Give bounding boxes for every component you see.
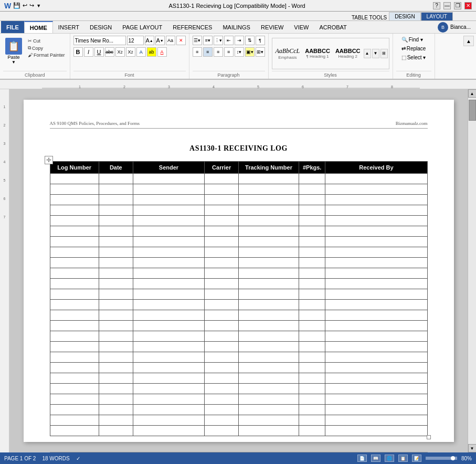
table-cell[interactable] [133,174,205,184]
align-center-button[interactable]: ≡ [203,47,213,57]
table-cell[interactable] [99,184,133,195]
table-cell[interactable] [99,174,133,184]
table-cell[interactable] [133,363,205,373]
table-cell[interactable] [205,363,239,373]
table-cell[interactable] [99,289,133,300]
table-cell[interactable] [133,226,205,237]
line-spacing-button[interactable]: ↕▾ [235,47,244,57]
table-cell[interactable] [50,237,99,247]
table-cell[interactable] [205,373,239,384]
table-cell[interactable] [133,342,205,352]
table-row[interactable] [50,237,427,247]
font-shrink-button[interactable]: A▼ [155,36,165,45]
table-cell[interactable] [205,258,239,268]
table-cell[interactable] [133,321,205,331]
table-cell[interactable] [238,310,299,321]
table-cell[interactable] [99,279,133,289]
table-cell[interactable] [133,426,205,436]
table-cell[interactable] [325,363,427,373]
tab-references[interactable]: REFERENCES [167,21,217,33]
italic-button[interactable]: I [84,47,93,57]
table-cell[interactable] [99,205,133,216]
restore-button[interactable]: ❐ [454,2,461,9]
table-row[interactable] [50,405,427,415]
table-cell[interactable] [99,384,133,394]
table-cell[interactable] [50,363,99,373]
table-row[interactable] [50,321,427,331]
table-row[interactable] [50,226,427,237]
table-cell[interactable] [325,226,427,237]
table-cell[interactable] [238,426,299,436]
redo-icon[interactable]: ↪ [29,2,34,9]
table-cell[interactable] [205,310,239,321]
table-cell[interactable] [205,226,239,237]
table-cell[interactable] [325,331,427,342]
table-cell[interactable] [99,310,133,321]
shading-button[interactable]: ▣▾ [245,47,255,57]
styles-scroll-down[interactable]: ▼ [372,49,379,58]
table-cell[interactable] [299,363,325,373]
proofing-icon[interactable]: ✓ [76,456,80,461]
table-cell[interactable] [205,300,239,310]
table-row[interactable] [50,279,427,289]
decrease-indent-button[interactable]: ⇤ [224,36,234,45]
full-reading-button[interactable]: 📖 [371,455,380,462]
tab-mailings[interactable]: MAILINGS [217,21,256,33]
table-cell[interactable] [238,268,299,279]
tab-acrobat[interactable]: ACROBAT [314,21,352,33]
table-cell[interactable] [205,237,239,247]
table-design-tab[interactable]: DESIGN [389,12,420,20]
table-row[interactable] [50,384,427,394]
table-cell[interactable] [133,205,205,216]
table-cell[interactable] [50,352,99,363]
style-heading1[interactable]: AABBCC ¶ Heading 1 [303,47,332,60]
table-row[interactable] [50,247,427,258]
customize-icon[interactable]: ▼ [36,3,41,8]
table-cell[interactable] [133,289,205,300]
table-cell[interactable] [299,352,325,363]
table-cell[interactable] [299,405,325,415]
table-cell[interactable] [299,310,325,321]
draft-button[interactable]: 📝 [412,455,421,462]
tab-file[interactable]: FILE [1,21,24,33]
table-cell[interactable] [238,405,299,415]
table-cell[interactable] [99,268,133,279]
table-cell[interactable] [325,300,427,310]
window-controls[interactable]: ? — ❐ ✕ [433,2,472,9]
font-color-button[interactable]: A [157,47,167,57]
table-cell[interactable] [325,205,427,216]
web-layout-button[interactable]: 🌐 [385,455,394,462]
justify-button[interactable]: ≡ [224,47,234,57]
table-cell[interactable] [325,184,427,195]
table-cell[interactable] [238,216,299,226]
table-cell[interactable] [325,321,427,331]
table-cell[interactable] [325,289,427,300]
table-row[interactable] [50,352,427,363]
table-cell[interactable] [205,216,239,226]
table-cell[interactable] [238,279,299,289]
multilevel-list-button[interactable]: ⋮▾ [214,36,223,45]
table-cell[interactable] [50,216,99,226]
align-right-button[interactable]: ≡ [214,47,223,57]
table-cell[interactable] [99,258,133,268]
table-cell[interactable] [205,321,239,331]
word-count[interactable]: 18 WORDS [42,456,69,461]
table-row[interactable] [50,205,427,216]
table-cell[interactable] [205,205,239,216]
table-cell[interactable] [238,174,299,184]
table-cell[interactable] [50,289,99,300]
table-cell[interactable] [238,195,299,205]
table-cell[interactable] [99,363,133,373]
table-cell[interactable] [205,279,239,289]
table-row[interactable] [50,289,427,300]
table-cell[interactable] [299,184,325,195]
table-row[interactable] [50,174,427,184]
table-cell[interactable] [299,268,325,279]
undo-icon[interactable]: ↩ [23,2,27,9]
table-cell[interactable] [299,258,325,268]
table-cell[interactable] [325,373,427,384]
table-cell[interactable] [133,331,205,342]
table-cell[interactable] [299,394,325,405]
table-cell[interactable] [99,321,133,331]
zoom-level[interactable]: 80% [461,456,472,461]
